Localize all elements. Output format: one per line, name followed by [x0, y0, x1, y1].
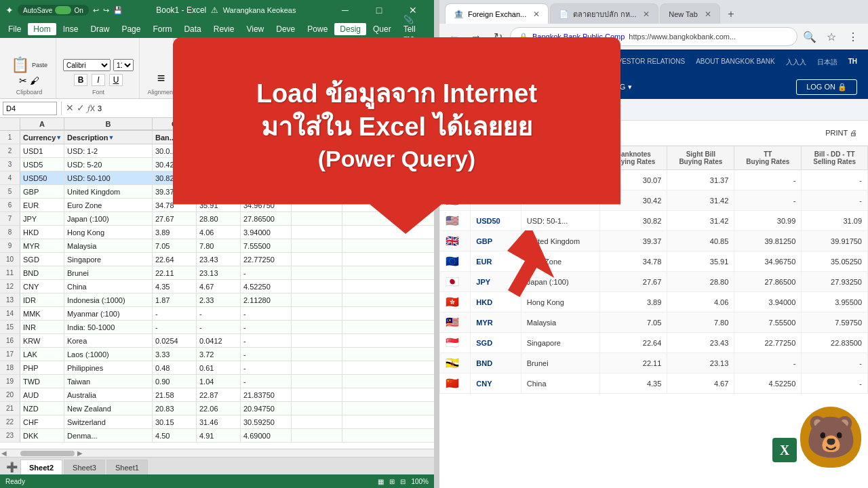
browser-tab-2[interactable]: 📄 ตลาดยาบปลัก กห... ✕ — [550, 3, 658, 24]
cell-r13c5[interactable] — [292, 293, 342, 306]
undo-icon[interactable]: ↩ — [93, 6, 99, 15]
scrollbar-thumb[interactable] — [20, 451, 75, 456]
cut-icon[interactable]: ✂ — [19, 75, 27, 86]
cell-r15c2[interactable]: - — [153, 321, 197, 333]
insert-function-icon[interactable]: 𝑓x — [87, 102, 95, 114]
minimize-button[interactable]: ─ — [330, 0, 361, 20]
cell-r3c1[interactable]: USD: 5-20 — [64, 158, 153, 171]
cell-r1c1[interactable]: Description ▼ — [64, 131, 153, 144]
col-header-b[interactable]: B — [64, 118, 153, 130]
redo-icon[interactable]: ↪ — [103, 6, 109, 15]
cell-r23c1[interactable]: Denma... — [64, 429, 153, 442]
underline-button[interactable]: U — [109, 74, 123, 86]
cell-r17c1[interactable]: Laos (:1000) — [64, 348, 153, 361]
cell-r12c2[interactable]: 4.35 — [153, 280, 197, 293]
cell-r15c3[interactable]: - — [197, 321, 241, 333]
print-button[interactable]: PRINT 🖨 — [825, 129, 857, 137]
filter-icon[interactable]: ▼ — [108, 134, 115, 141]
cell-r20c4[interactable]: 21.83750 — [241, 388, 292, 401]
cell-r19c1[interactable]: Taiwan — [64, 375, 153, 388]
menu-draw[interactable]: Draw — [85, 23, 115, 35]
cell-r14c5[interactable] — [292, 307, 342, 320]
cell-r9c1[interactable]: Malaysia — [64, 239, 153, 252]
browser-tab-3-close[interactable]: ✕ — [705, 9, 711, 19]
maximize-button[interactable]: □ — [363, 0, 395, 20]
cell-r17c4[interactable]: - — [241, 348, 292, 361]
cell-r17c3[interactable]: 3.72 — [197, 348, 241, 361]
cell-r22c0[interactable]: CHF — [20, 415, 64, 428]
cell-r1c0[interactable]: Currency ▼ — [20, 131, 64, 144]
menu-file[interactable]: File — [3, 23, 26, 35]
cell-r10c4[interactable]: 22.77250 — [241, 253, 292, 266]
cell-r13c1[interactable]: Indonesia (:1000) — [64, 293, 153, 306]
cell-r12c4[interactable]: 4.52250 — [241, 280, 292, 293]
menu-page[interactable]: Page — [116, 23, 146, 35]
cell-r14c3[interactable]: - — [197, 307, 241, 320]
cell-r10c2[interactable]: 22.64 — [153, 253, 197, 266]
grid-row-11[interactable]: BNDBrunei22.1123.13- — [20, 266, 434, 280]
cell-r20c2[interactable]: 21.58 — [153, 388, 197, 401]
cell-r7c1[interactable]: Japan (:100) — [64, 212, 153, 225]
cancel-formula-icon[interactable]: ✕ — [66, 102, 74, 114]
search-icon[interactable]: 🔍 — [800, 27, 819, 46]
alignment-icon[interactable]: ≡ — [157, 70, 165, 86]
cell-r17c2[interactable]: 3.33 — [153, 348, 197, 361]
cell-r4c0[interactable]: USD50 — [20, 171, 64, 184]
menu-query[interactable]: Quer — [368, 23, 397, 35]
grid-row-9[interactable]: MYRMalaysia7.057.807.55500 — [20, 239, 434, 253]
cell-r11c3[interactable]: 23.13 — [197, 266, 241, 279]
format-painter-icon[interactable]: 🖌 — [30, 75, 39, 86]
menu-review[interactable]: Revie — [208, 23, 240, 35]
cell-r11c0[interactable]: BND — [20, 266, 64, 279]
cell-r18c1[interactable]: Philippines — [64, 361, 153, 374]
menu-power[interactable]: Powe — [302, 23, 333, 35]
cell-r7c2[interactable]: 27.67 — [153, 212, 197, 225]
grid-row-10[interactable]: SGDSingapore22.6423.4322.77250 — [20, 253, 434, 266]
cell-r13c3[interactable]: 2.33 — [197, 293, 241, 306]
cell-r14c0[interactable]: MMK — [20, 307, 64, 320]
cell-r16c5[interactable] — [292, 334, 342, 347]
filter-icon[interactable]: ▼ — [56, 134, 62, 141]
cell-r22c2[interactable]: 30.15 — [153, 415, 197, 428]
cell-r4c1[interactable]: USD: 50-100 — [64, 171, 153, 184]
sheet-tab-sheet2[interactable]: Sheet2 — [20, 460, 62, 474]
cell-r13c0[interactable]: IDR — [20, 293, 64, 306]
cell-r18c3[interactable]: 0.61 — [197, 361, 241, 374]
grid-row-16[interactable]: KRWKorea0.02540.0412- — [20, 334, 434, 348]
cell-r10c5[interactable] — [292, 253, 342, 266]
cell-r18c4[interactable]: - — [241, 361, 292, 374]
cell-r18c5[interactable] — [292, 361, 342, 374]
cell-r19c4[interactable]: - — [241, 375, 292, 388]
cell-r21c0[interactable]: NZD — [20, 402, 64, 415]
cell-r22c3[interactable]: 31.46 — [197, 415, 241, 428]
bookmark-icon[interactable]: ☆ — [822, 27, 841, 46]
cell-r21c2[interactable]: 20.83 — [153, 402, 197, 415]
italic-button[interactable]: I — [92, 74, 105, 86]
cell-r9c3[interactable]: 7.80 — [197, 239, 241, 252]
cell-r13c4[interactable]: 2.11280 — [241, 293, 292, 306]
cell-r5c1[interactable]: United Kingdom — [64, 185, 153, 198]
menu-dev[interactable]: Deve — [271, 23, 300, 35]
cell-r9c5[interactable] — [292, 239, 342, 252]
col-header-a[interactable]: A — [20, 118, 64, 130]
grid-row-23[interactable]: DKKDenma...4.504.914.69000 — [20, 429, 434, 443]
cell-r8c4[interactable]: 3.94000 — [241, 226, 292, 239]
cell-r9c2[interactable]: 7.05 — [153, 239, 197, 252]
cell-reference[interactable] — [3, 102, 57, 115]
cell-r20c1[interactable]: Australia — [64, 388, 153, 401]
view-normal-icon[interactable]: ▦ — [378, 478, 384, 485]
cell-r12c1[interactable]: China — [64, 280, 153, 293]
add-sheet-button[interactable]: ➕ — [3, 460, 20, 474]
cell-r11c5[interactable] — [292, 266, 342, 279]
nav-investor[interactable]: INVESTOR RELATIONS — [610, 58, 685, 67]
cell-r22c1[interactable]: Switzerland — [64, 415, 153, 428]
menu-design[interactable]: Desig — [334, 23, 366, 35]
horizontal-scrollbar[interactable]: ◀ ▶ — [0, 449, 434, 457]
cell-r2c1[interactable]: USD: 1-2 — [64, 144, 153, 157]
cell-r2c0[interactable]: USD1 — [20, 144, 64, 157]
cell-r16c2[interactable]: 0.0254 — [153, 334, 197, 347]
cell-r10c1[interactable]: Singapore — [64, 253, 153, 266]
paste-button[interactable]: 📋 Paste — [8, 56, 50, 74]
grid-row-19[interactable]: TWDTaiwan0.901.04- — [20, 375, 434, 388]
sheet-tab-sheet1[interactable]: Sheet1 — [106, 460, 148, 474]
